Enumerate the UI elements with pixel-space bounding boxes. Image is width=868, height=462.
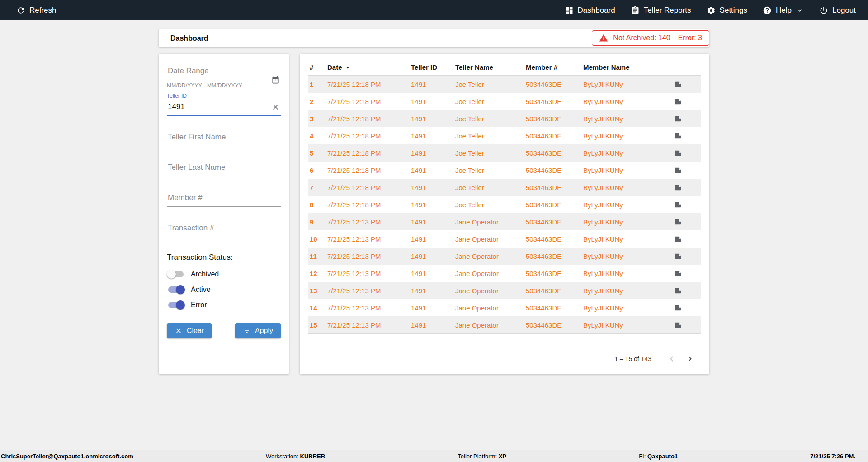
nav-teller-reports[interactable]: Teller Reports — [631, 6, 691, 15]
note-icon[interactable] — [674, 81, 682, 88]
footer-fi: FI: Qaxpauto1 — [639, 453, 678, 460]
member-number-input[interactable] — [167, 191, 281, 207]
column-header-date[interactable]: Date — [326, 63, 409, 72]
row-teller-name: Joe Teller — [453, 115, 524, 123]
row-date: 7/21/25 12:18 PM — [326, 167, 409, 174]
date-range-input[interactable] — [167, 64, 281, 80]
row-member-name: ByLyJI KUNy — [581, 321, 671, 329]
row-teller-id: 1491 — [409, 218, 453, 226]
note-icon[interactable] — [674, 304, 682, 312]
table-row[interactable]: 15 7/21/25 12:13 PM 1491 Jane Operator 5… — [308, 316, 701, 333]
row-teller-name: Joe Teller — [453, 184, 524, 191]
status-toggle[interactable] — [167, 270, 185, 279]
note-icon[interactable] — [674, 252, 682, 260]
refresh-button[interactable]: Refresh — [16, 6, 57, 15]
row-member-name: ByLyJI KUNy — [581, 184, 671, 191]
column-header-teller-id[interactable]: Teller ID — [409, 63, 453, 71]
pagination-range-label: 1 – 15 of 143 — [614, 355, 651, 362]
table-row[interactable]: 3 7/21/25 12:18 PM 1491 Joe Teller 50344… — [308, 110, 701, 127]
row-member-name: ByLyJI KUNy — [581, 167, 671, 174]
status-toggle[interactable] — [167, 300, 185, 310]
table-row[interactable]: 7 7/21/25 12:18 PM 1491 Joe Teller 50344… — [308, 179, 701, 196]
teller-id-label: Teller ID — [167, 93, 281, 99]
nav-logout[interactable]: Logout — [819, 6, 856, 15]
table-row[interactable]: 4 7/21/25 12:18 PM 1491 Joe Teller 50344… — [308, 127, 701, 144]
content: Dashboard Not Archived: 140 Error: 3 MM/… — [159, 29, 709, 374]
table-row[interactable]: 11 7/21/25 12:13 PM 1491 Jane Operator 5… — [308, 248, 701, 265]
teller-id-input[interactable] — [167, 100, 281, 116]
date-range-field: MM/DD/YYYY - MM/DD/YYYY — [167, 64, 281, 89]
note-icon[interactable] — [674, 184, 682, 191]
note-icon[interactable] — [674, 132, 682, 140]
teller-first-name-input[interactable] — [167, 130, 281, 146]
column-header-member-number[interactable]: Member # — [524, 63, 581, 71]
footer-platform: Teller Platform: XP — [458, 453, 506, 460]
calendar-icon[interactable] — [271, 76, 280, 84]
dashboard-icon — [565, 6, 574, 15]
clear-button[interactable]: Clear — [167, 323, 212, 338]
row-date: 7/21/25 12:18 PM — [326, 201, 409, 209]
date-format-hint: MM/DD/YYYY - MM/DD/YYYY — [167, 82, 281, 89]
note-icon[interactable] — [674, 287, 682, 295]
row-teller-name: Jane Operator — [453, 235, 524, 243]
status-toggle[interactable] — [167, 285, 185, 294]
table-row[interactable]: 5 7/21/25 12:18 PM 1491 Joe Teller 50344… — [308, 144, 701, 162]
table-row[interactable]: 14 7/21/25 12:13 PM 1491 Jane Operator 5… — [308, 299, 701, 316]
previous-page-button[interactable] — [666, 353, 678, 365]
row-member-number: 5034463DE — [524, 115, 581, 123]
note-icon[interactable] — [674, 201, 682, 209]
column-header-teller-name[interactable]: Teller Name — [453, 63, 524, 71]
row-date: 7/21/25 12:18 PM — [326, 98, 409, 105]
row-date: 7/21/25 12:18 PM — [326, 149, 409, 157]
table-row[interactable]: 8 7/21/25 12:18 PM 1491 Joe Teller 50344… — [308, 196, 701, 213]
note-icon[interactable] — [674, 270, 682, 277]
clear-x-icon — [175, 327, 183, 335]
nav-dashboard[interactable]: Dashboard — [565, 6, 615, 15]
row-member-name: ByLyJI KUNy — [581, 201, 671, 209]
teller-last-name-input[interactable] — [167, 160, 281, 176]
nav-help[interactable]: Help — [763, 6, 804, 15]
table-row[interactable]: 9 7/21/25 12:13 PM 1491 Jane Operator 50… — [308, 213, 701, 230]
teller-last-name-field — [167, 160, 281, 176]
clear-teller-id-icon[interactable] — [271, 103, 280, 111]
row-teller-id: 1491 — [409, 132, 453, 140]
row-teller-name: Joe Teller — [453, 201, 524, 209]
table-row[interactable]: 2 7/21/25 12:18 PM 1491 Joe Teller 50344… — [308, 93, 701, 110]
row-member-number: 5034463DE — [524, 132, 581, 140]
column-header-number[interactable]: # — [308, 63, 326, 71]
apply-button-label: Apply — [255, 327, 273, 335]
table-row[interactable]: 12 7/21/25 12:13 PM 1491 Jane Operator 5… — [308, 265, 701, 282]
table-row[interactable]: 10 7/21/25 12:13 PM 1491 Jane Operator 5… — [308, 230, 701, 248]
nav-settings[interactable]: Settings — [707, 6, 747, 15]
row-teller-name: Jane Operator — [453, 252, 524, 260]
note-icon[interactable] — [674, 98, 682, 105]
transaction-number-input[interactable] — [167, 221, 281, 237]
row-teller-id: 1491 — [409, 201, 453, 209]
row-member-name: ByLyJI KUNy — [581, 252, 671, 260]
footer-user: ChrisSuperTeller@Qaxpauto1.onmicrosoft.c… — [1, 453, 133, 460]
table-row[interactable]: 6 7/21/25 12:18 PM 1491 Joe Teller 50344… — [308, 162, 701, 179]
transactions-table-card: # Date Teller ID Teller Name Member # Me… — [300, 54, 709, 374]
transaction-status-label: Transaction Status: — [167, 253, 281, 262]
transaction-number-field — [167, 221, 281, 237]
status-toggle-label: Archived — [191, 270, 219, 278]
row-number: 9 — [308, 218, 326, 226]
row-number: 6 — [308, 167, 326, 174]
note-icon[interactable] — [674, 235, 682, 243]
note-icon[interactable] — [674, 115, 682, 123]
apply-button[interactable]: Apply — [235, 323, 281, 338]
status-bar: ChrisSuperTeller@Qaxpauto1.onmicrosoft.c… — [0, 450, 868, 462]
note-icon[interactable] — [674, 321, 682, 329]
next-page-button[interactable] — [684, 353, 696, 365]
column-header-member-name[interactable]: Member Name — [581, 63, 671, 71]
note-icon[interactable] — [674, 167, 682, 174]
note-icon[interactable] — [674, 218, 682, 226]
logout-icon — [819, 6, 828, 15]
note-icon[interactable] — [674, 149, 682, 157]
table-row[interactable]: 13 7/21/25 12:13 PM 1491 Jane Operator 5… — [308, 282, 701, 299]
row-teller-name: Joe Teller — [453, 98, 524, 105]
table-row[interactable]: 1 7/21/25 12:18 PM 1491 Joe Teller 50344… — [308, 76, 701, 93]
member-number-field — [167, 191, 281, 207]
row-date: 7/21/25 12:18 PM — [326, 132, 409, 140]
row-member-name: ByLyJI KUNy — [581, 115, 671, 123]
